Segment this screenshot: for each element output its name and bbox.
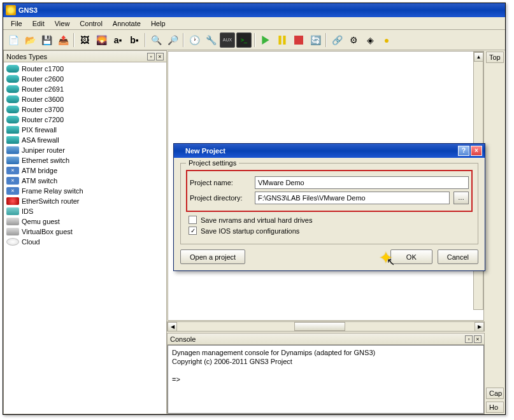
console-title: Console	[170, 335, 196, 343]
node-label: Ethernet switch	[22, 157, 69, 164]
console-float-icon[interactable]: ▫	[465, 335, 473, 343]
saveas-icon[interactable]: 📤	[55, 32, 71, 48]
tool2-icon[interactable]: ◈	[362, 32, 378, 48]
save-nvrams-checkbox[interactable]	[189, 216, 197, 224]
node-label: Router c2600	[22, 75, 64, 83]
pause-icon[interactable]	[275, 32, 290, 48]
node-label: Cloud	[22, 238, 40, 246]
toolbar: 📄 📂 💾 📤 🖼 🌄 a▪ b▪ 🔍 🔎 🕐 🔧 AUX >_ 🔄 🔗 ⚙ ◈…	[3, 30, 505, 50]
aux-icon[interactable]: AUX	[220, 32, 235, 48]
scroll-up-icon[interactable]: ▲	[474, 52, 483, 62]
console-body[interactable]: Dynagen management console for Dynamips …	[168, 345, 484, 414]
console-header: Console ▫ ×	[168, 333, 484, 345]
node-item[interactable]: Router c3700	[5, 104, 165, 115]
menu-control[interactable]: Control	[75, 18, 107, 29]
scrollbar-horizontal[interactable]: ◀ ▶	[167, 321, 485, 332]
node-item[interactable]: Router c3600	[5, 94, 165, 104]
console-close-icon[interactable]: ×	[474, 335, 482, 343]
scroll-right-icon[interactable]: ▶	[475, 322, 484, 332]
node-list[interactable]: Router c1700Router c2600Router c2691Rout…	[4, 62, 166, 414]
node-item[interactable]: PIX firewall	[5, 125, 165, 135]
menu-file[interactable]: File	[6, 18, 27, 29]
open-project-button[interactable]: Open a project	[180, 249, 245, 264]
console-line: Copyright (c) 2006-2011 GNS3 Project	[172, 357, 480, 366]
tab-captures[interactable]: Cap	[486, 388, 504, 399]
wrench-icon[interactable]: 🔧	[203, 32, 218, 48]
node-icon	[6, 207, 19, 215]
node-item[interactable]: Cloud	[5, 237, 165, 247]
node-item[interactable]: Router c2600	[5, 74, 165, 84]
tab-topology[interactable]: Top	[486, 52, 504, 63]
menu-annotate[interactable]: Annotate	[108, 18, 146, 29]
node-item[interactable]: Router c7200	[5, 115, 165, 125]
new-icon[interactable]: 📄	[6, 32, 21, 48]
node-item[interactable]: ✕Frame Relay switch	[5, 186, 165, 196]
play-icon[interactable]	[258, 32, 273, 48]
snapshot-icon[interactable]: 🌄	[94, 32, 109, 48]
node-item[interactable]: VirtualBox guest	[5, 227, 165, 237]
help-icon[interactable]: ?	[458, 146, 469, 156]
node-item[interactable]: Ethernet switch	[5, 155, 165, 165]
node-label: ASA firewall	[22, 136, 59, 144]
console-panel: Console ▫ × Dynagen management console f…	[167, 333, 485, 414]
node-icon	[6, 157, 19, 164]
save-icon[interactable]: 💾	[39, 32, 54, 48]
nodes-title: Nodes Types	[6, 53, 47, 60]
svg-rect-2	[294, 36, 303, 45]
panel-float-icon[interactable]: ▫	[147, 53, 155, 60]
node-label: ATM switch	[22, 177, 57, 185]
text-b-icon[interactable]: b▪	[127, 32, 142, 48]
node-icon	[6, 85, 19, 93]
terminal-icon[interactable]: >_	[236, 32, 252, 48]
sun-icon[interactable]: ●	[379, 32, 394, 48]
titlebar: GNS3	[3, 3, 505, 17]
node-item[interactable]: ASA firewall	[5, 135, 165, 145]
menu-edit[interactable]: Edit	[27, 18, 50, 29]
node-item[interactable]: Qemu guest	[5, 216, 165, 227]
right-strip: Top Cap Ho	[485, 50, 505, 414]
reload-icon[interactable]: 🔄	[308, 32, 323, 48]
save-ios-row[interactable]: ✓ Save IOS startup configurations	[189, 227, 473, 235]
ok-button[interactable]: OK	[390, 249, 432, 264]
node-item[interactable]: ✕ATM bridge	[5, 165, 165, 176]
node-item[interactable]: Juniper router	[5, 145, 165, 155]
node-label: Router c7200	[22, 116, 64, 123]
menu-view[interactable]: View	[50, 18, 75, 29]
node-item[interactable]: ✕ATM switch	[5, 176, 165, 186]
node-icon	[6, 95, 19, 103]
node-item[interactable]: EtherSwitch router	[5, 196, 165, 206]
scroll-thumb[interactable]	[294, 322, 345, 331]
dialog-buttons: Open a project OK Cancel	[180, 249, 478, 264]
close-icon[interactable]: ×	[471, 146, 482, 156]
nodes-panel-header: Nodes Types ▫ ×	[4, 51, 166, 62]
zoom-in-icon[interactable]: 🔍	[148, 32, 164, 48]
project-name-input[interactable]	[255, 176, 469, 189]
link-icon[interactable]: 🔗	[329, 32, 345, 48]
node-item[interactable]: IDS	[5, 206, 165, 216]
node-icon	[6, 106, 19, 113]
panel-close-icon[interactable]: ×	[156, 53, 164, 60]
node-item[interactable]: Router c2691	[5, 84, 165, 94]
zoom-out-icon[interactable]: 🔎	[165, 32, 180, 48]
image-icon[interactable]: 🖼	[77, 32, 92, 48]
highlight-box: Project name: Project directory: …	[186, 170, 473, 212]
stop-icon[interactable]	[291, 32, 306, 48]
node-icon: ✕	[6, 177, 19, 185]
scroll-left-icon[interactable]: ◀	[168, 322, 177, 332]
cancel-button[interactable]: Cancel	[438, 249, 478, 264]
svg-rect-0	[278, 36, 281, 45]
clock-icon[interactable]: 🕐	[187, 32, 202, 48]
open-icon[interactable]: 📂	[22, 32, 38, 48]
text-a-icon[interactable]: a▪	[110, 32, 125, 48]
tab-hosts[interactable]: Ho	[486, 402, 504, 413]
node-item[interactable]: Router c1700	[5, 64, 165, 74]
save-ios-checkbox[interactable]: ✓	[189, 227, 197, 235]
node-label: Router c3700	[22, 106, 64, 113]
browse-button[interactable]: …	[453, 192, 469, 204]
tool1-icon[interactable]: ⚙	[346, 32, 361, 48]
save-nvrams-row[interactable]: Save nvrams and virtual hard drives	[189, 216, 473, 224]
project-dir-input[interactable]	[255, 192, 450, 204]
dialog-titlebar[interactable]: New Project ? ×	[174, 144, 485, 158]
node-icon: ✕	[6, 187, 19, 195]
menu-help[interactable]: Help	[146, 18, 171, 29]
